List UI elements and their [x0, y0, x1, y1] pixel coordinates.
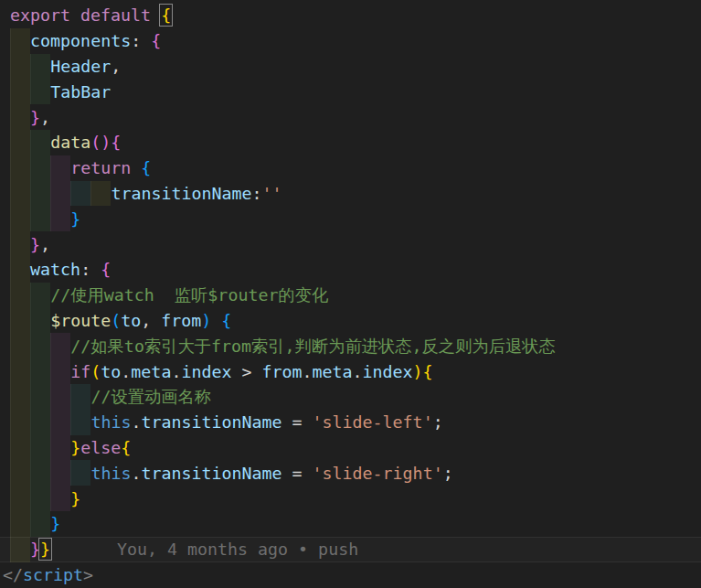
- indent-rainbow-guide: [10, 181, 30, 207]
- gitlens-inline-blame: You, 4 months ago • push: [117, 537, 358, 562]
- code-line[interactable]: //设置动画名称: [0, 384, 701, 410]
- code-text: }}: [30, 537, 50, 562]
- code-line[interactable]: }: [0, 486, 701, 511]
- token-comment: //设置动画名称: [90, 385, 211, 408]
- indent-rainbow-guide: [50, 486, 70, 511]
- code-text: Header,: [50, 54, 121, 80]
- token-b2: (: [90, 133, 101, 152]
- token-b2: ): [101, 133, 111, 152]
- indent-rainbow-guide: [10, 231, 30, 257]
- token-punct: :: [131, 31, 151, 50]
- indent-rainbow-guide: [50, 384, 70, 410]
- token: [151, 5, 161, 25]
- code-line[interactable]: if(to.meta.index > from.meta.index){: [0, 358, 701, 384]
- token-b2: {: [111, 133, 121, 152]
- indent-rainbow-guide: [30, 181, 50, 207]
- token-punct: ,: [141, 311, 161, 330]
- code-text: this.transitionName = 'slide-left';: [90, 410, 442, 435]
- code-text: </script>: [3, 562, 93, 588]
- code-text: }: [50, 511, 60, 537]
- token-b2: {: [101, 260, 111, 279]
- code-text: },: [30, 104, 50, 130]
- token-b3: }: [70, 209, 80, 229]
- code-line[interactable]: TabBar: [0, 79, 701, 104]
- indent-rainbow-guide: [30, 130, 50, 155]
- token-punct: .: [131, 412, 141, 432]
- token-variable: watch: [30, 260, 80, 279]
- indent-rainbow-guide: [10, 104, 30, 130]
- indent-rainbow-guide: [50, 358, 70, 384]
- code-line[interactable]: //使用watch 监听$router的变化: [0, 283, 701, 308]
- code-line[interactable]: //如果to索引大于from索引,判断为前进状态,反之则为后退状态: [0, 333, 701, 358]
- token-punct: =: [282, 412, 313, 432]
- token-variable: transitionName: [141, 412, 281, 432]
- code-line[interactable]: </script>: [0, 562, 701, 588]
- code-text: components: {: [30, 28, 161, 54]
- token-string: 'slide-right': [313, 464, 443, 483]
- token: [70, 5, 80, 25]
- indent-rainbow-guide: [30, 410, 50, 435]
- token-variable: TabBar: [50, 82, 111, 102]
- code-line[interactable]: data(){: [0, 130, 701, 155]
- code-line[interactable]: this.transitionName = 'slide-right';: [0, 460, 701, 486]
- indent-rainbow-guide: [30, 435, 50, 461]
- token-b1: {: [423, 362, 433, 381]
- token-b3: ): [201, 311, 211, 330]
- token-punct: ;: [443, 464, 453, 483]
- indent-rainbow-guide: [50, 333, 70, 358]
- indent-rainbow-guide: [50, 181, 70, 207]
- code-editor[interactable]: export default {components: {Header,TabB…: [0, 0, 701, 588]
- token-punct: >: [231, 362, 261, 381]
- token-b2: }: [30, 235, 40, 254]
- code-line[interactable]: transitionName:'': [0, 181, 701, 207]
- indent-rainbow-guide: [70, 384, 90, 410]
- indent-rainbow-guide: [70, 460, 90, 486]
- code-text: },: [30, 231, 50, 257]
- code-line[interactable]: this.transitionName = 'slide-left';: [0, 410, 701, 435]
- indent-rainbow-guide: [10, 79, 30, 104]
- code-line[interactable]: },: [0, 104, 701, 130]
- code-line[interactable]: }: [0, 511, 701, 537]
- indent-rainbow-guide: [10, 28, 30, 54]
- indent-rainbow-guide: [10, 384, 30, 410]
- token-variable: components: [30, 31, 131, 50]
- indent-rainbow-guide: [10, 333, 30, 358]
- token-b2: }: [30, 540, 40, 559]
- indent-rainbow-guide: [10, 155, 30, 181]
- indent-rainbow-guide: [30, 358, 50, 384]
- indent-rainbow-guide: [10, 410, 30, 435]
- code-line[interactable]: $route(to, from) {: [0, 308, 701, 334]
- indent-rainbow-guide: [30, 54, 50, 80]
- token-string: 'slide-left': [313, 412, 433, 432]
- indent-rainbow-guide: [50, 206, 70, 231]
- token-punct: :: [252, 184, 262, 203]
- token-variable: from: [261, 362, 302, 381]
- code-line[interactable]: export default {: [0, 3, 701, 28]
- token-punct: .: [131, 464, 141, 483]
- code-text: if(to.meta.index > from.meta.index){: [70, 358, 432, 384]
- token-variable: to: [101, 362, 121, 381]
- code-line[interactable]: }else{: [0, 435, 701, 461]
- indent-rainbow-guide: [30, 384, 50, 410]
- code-line[interactable]: }: [0, 206, 701, 231]
- indent-rainbow-guide: [50, 460, 70, 486]
- indent-rainbow-guide: [50, 435, 70, 461]
- indent-rainbow-guide: [30, 79, 50, 104]
- code-line[interactable]: components: {: [0, 28, 701, 54]
- code-line[interactable]: },: [0, 231, 701, 257]
- code-line[interactable]: watch: {: [0, 257, 701, 283]
- token-variable: index: [363, 362, 413, 381]
- token-keyword: export: [10, 5, 70, 25]
- token-punct: ,: [40, 108, 50, 127]
- indent-rainbow-guide: [10, 435, 30, 461]
- indent-rainbow-guide: [50, 410, 70, 435]
- token-variable: transitionName: [112, 184, 252, 203]
- token-b3: }: [50, 514, 60, 533]
- code-line[interactable]: Header,: [0, 54, 701, 80]
- code-line-current[interactable]: }}You, 4 months ago • push: [0, 537, 701, 562]
- indent-rainbow-guide: [30, 155, 50, 181]
- code-text: this.transitionName = 'slide-right';: [90, 460, 452, 486]
- token-variable: index: [181, 362, 231, 381]
- code-line[interactable]: return {: [0, 155, 701, 181]
- bracket-match-highlight: {: [161, 5, 171, 25]
